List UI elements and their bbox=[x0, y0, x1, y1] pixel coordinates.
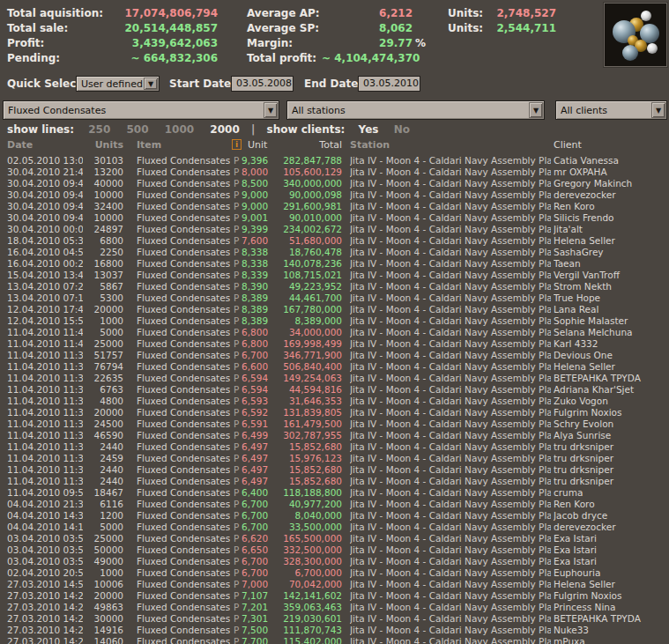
table-row[interactable]: 02.04.2010 20:52 1000 Fluxed Condensates… bbox=[0, 567, 669, 579]
table-row[interactable]: 03.04.2010 03:57 49000 Fluxed Condensate… bbox=[0, 556, 669, 567]
row-station: Jita IV - Moon 4 - Caldari Navy Assembly… bbox=[350, 201, 551, 212]
table-row[interactable]: 27.03.2010 14:24 30000 Fluxed Condensate… bbox=[0, 613, 669, 625]
average-ap-label: Average AP: bbox=[247, 6, 322, 20]
row-station: Jita IV - Moon 4 - Caldari Navy Assembly… bbox=[350, 304, 551, 315]
chevron-down-icon[interactable]: ▼ bbox=[144, 78, 158, 90]
row-total: 34,000,000 bbox=[270, 327, 342, 338]
info-icon[interactable]: i bbox=[232, 139, 242, 150]
table-row[interactable]: 27.03.2010 14:24 49863 Fluxed Condensate… bbox=[0, 602, 669, 613]
row-item: Fluxed Condensates bbox=[137, 292, 230, 304]
row-item: Fluxed Condensates bbox=[137, 373, 230, 384]
table-row[interactable]: 12.04.2010 17:49 20000 Fluxed Condensate… bbox=[0, 304, 669, 315]
table-row[interactable]: 30.04.2010 09:49 40000 Fluxed Condensate… bbox=[0, 178, 669, 189]
table-row[interactable]: 11.04.2010 11:39 20000 Fluxed Condensate… bbox=[0, 407, 669, 418]
column-item[interactable]: Item bbox=[137, 139, 161, 151]
table-row[interactable]: 11.04.2010 11:39 6763 Fluxed Condensates… bbox=[0, 384, 669, 396]
row-item: Fluxed Condensates bbox=[137, 613, 230, 625]
row-units: 40000 bbox=[81, 178, 123, 189]
chevron-down-icon[interactable]: ▼ bbox=[651, 102, 665, 118]
table-row[interactable]: 16.04.2010 00:28 16800 Fluxed Condensate… bbox=[0, 258, 669, 270]
row-total: 33,500,000 bbox=[270, 522, 342, 533]
column-total[interactable]: Total bbox=[271, 139, 342, 151]
table-row[interactable]: 16.04.2010 04:53 2250 Fluxed Condensates… bbox=[0, 247, 669, 258]
table-row[interactable]: 11.04.2010 11:38 24500 Fluxed Condensate… bbox=[0, 418, 669, 430]
row-units: 24500 bbox=[81, 418, 123, 430]
table-row[interactable]: 11.04.2010 11:39 22635 Fluxed Condensate… bbox=[0, 373, 669, 384]
table-row[interactable]: 30.04.2010 09:49 32400 Fluxed Condensate… bbox=[0, 201, 669, 212]
table-row[interactable]: 11.04.2010 11:39 51757 Fluxed Condensate… bbox=[0, 350, 669, 361]
row-total: 149,254,063 bbox=[270, 373, 342, 384]
table-row[interactable]: 11.04.2010 11:40 5000 Fluxed Condensates… bbox=[0, 327, 669, 338]
table-row[interactable]: 13.04.2010 07:27 5867 Fluxed Condensates… bbox=[0, 281, 669, 292]
column-date[interactable]: Date bbox=[7, 139, 33, 151]
table-row[interactable]: 12.04.2010 15:55 1000 Fluxed Condensates… bbox=[0, 315, 669, 327]
row-unit-price: 6,497 bbox=[242, 464, 268, 476]
show-clients-yes[interactable]: Yes bbox=[359, 123, 379, 136]
table-row[interactable]: 11.04.2010 11:38 2440 Fluxed Condensates… bbox=[0, 441, 669, 453]
row-item: Fluxed Condensates bbox=[137, 487, 230, 499]
table-row[interactable]: 11.04.2010 11:39 76794 Fluxed Condensate… bbox=[0, 361, 669, 373]
table-row[interactable]: 27.03.2010 14:55 10006 Fluxed Condensate… bbox=[0, 579, 669, 590]
column-client[interactable]: Client bbox=[554, 139, 582, 151]
table-row[interactable]: 30.04.2010 00:06 24897 Fluxed Condensate… bbox=[0, 224, 669, 235]
chevron-down-icon[interactable]: ▼ bbox=[264, 102, 278, 118]
column-units[interactable]: Units bbox=[81, 139, 123, 151]
table-row[interactable]: 11.04.2010 11:38 2459 Fluxed Condensates… bbox=[0, 453, 669, 464]
start-date-input[interactable]: 03.05.2008 bbox=[231, 76, 294, 92]
table-row[interactable]: 15.04.2010 13:47 13037 Fluxed Condensate… bbox=[0, 270, 669, 281]
column-station[interactable]: Station bbox=[350, 139, 390, 151]
show-lines-2000[interactable]: 2000 bbox=[210, 123, 239, 136]
row-client: tru drksniper bbox=[554, 453, 668, 464]
row-total: 169,998,499 bbox=[270, 338, 342, 350]
currency-symbol: P bbox=[234, 235, 242, 247]
row-units: 14916 bbox=[81, 625, 123, 636]
table-row[interactable]: 30.04.2010 09:49 10000 Fluxed Condensate… bbox=[0, 189, 669, 201]
table-row[interactable]: 02.05.2010 13:01 30103 Fluxed Condensate… bbox=[0, 155, 669, 167]
end-date-input[interactable]: 03.05.2010 bbox=[358, 76, 420, 92]
table-row[interactable]: 30.04.2010 21:47 13200 Fluxed Condensate… bbox=[0, 167, 669, 178]
row-item: Fluxed Condensates bbox=[137, 315, 230, 327]
column-unit[interactable]: Unit bbox=[248, 139, 267, 151]
row-date: 13.04.2010 07:27 bbox=[7, 281, 83, 292]
table-row[interactable]: 13.04.2010 07:10 5300 Fluxed Condensates… bbox=[0, 292, 669, 304]
table-row[interactable]: 27.03.2010 14:24 20000 Fluxed Condensate… bbox=[0, 590, 669, 602]
show-clients-no[interactable]: No bbox=[394, 123, 410, 136]
table-row[interactable]: 11.04.2010 11:38 2440 Fluxed Condensates… bbox=[0, 464, 669, 476]
row-date: 16.04.2010 04:53 bbox=[7, 247, 83, 258]
table-row[interactable]: 03.04.2010 03:58 50000 Fluxed Condensate… bbox=[0, 544, 669, 556]
table-row[interactable]: 30.04.2010 09:49 10000 Fluxed Condensate… bbox=[0, 212, 669, 224]
table-row[interactable]: 11.04.2010 11:38 46590 Fluxed Condensate… bbox=[0, 430, 669, 441]
row-item: Fluxed Condensates bbox=[137, 327, 230, 338]
row-units: 2250 bbox=[81, 247, 123, 258]
row-station: Jita IV - Moon 4 - Caldari Navy Assembly… bbox=[350, 522, 551, 533]
row-station: Jita IV - Moon 4 - Caldari Navy Assembly… bbox=[350, 178, 551, 189]
table-row[interactable]: 11.04.2010 09:59 18467 Fluxed Condensate… bbox=[0, 487, 669, 499]
show-lines-500[interactable]: 500 bbox=[126, 123, 148, 136]
table-row[interactable]: 27.03.2010 14:22 14060 Fluxed Condensate… bbox=[0, 636, 669, 644]
show-lines-1000[interactable]: 1000 bbox=[165, 123, 194, 136]
quick-select-dropdown[interactable]: User defined ▼ bbox=[76, 76, 160, 92]
pending-label: Pending: bbox=[7, 51, 108, 65]
item-filter-dropdown[interactable]: Fluxed Condensates ▼ bbox=[3, 100, 279, 120]
currency-symbol: P bbox=[234, 212, 242, 224]
station-filter-dropdown[interactable]: All stations ▼ bbox=[286, 100, 545, 120]
table-row[interactable]: 27.03.2010 14:23 14916 Fluxed Condensate… bbox=[0, 625, 669, 636]
table-row[interactable]: 04.04.2010 21:34 6116 Fluxed Condensates… bbox=[0, 499, 669, 510]
table-row[interactable]: 11.04.2010 11:38 2440 Fluxed Condensates… bbox=[0, 476, 669, 487]
row-item: Fluxed Condensates bbox=[137, 224, 230, 235]
currency-symbol: P bbox=[234, 441, 242, 453]
table-row[interactable]: 11.04.2010 11:40 25000 Fluxed Condensate… bbox=[0, 338, 669, 350]
row-units: 1200 bbox=[81, 510, 123, 522]
table-row[interactable]: 03.04.2010 03:58 25000 Fluxed Condensate… bbox=[0, 533, 669, 544]
table-row[interactable]: 11.04.2010 11:39 4800 Fluxed Condensates… bbox=[0, 396, 669, 407]
row-total: 6,700,000 bbox=[270, 567, 342, 579]
row-station: Jita IV - Moon 4 - Caldari Navy Assembly… bbox=[350, 361, 551, 373]
row-total: 15,852,680 bbox=[270, 476, 342, 487]
row-client: Ren Koro bbox=[554, 201, 668, 212]
table-row[interactable]: 04.04.2010 14:11 5000 Fluxed Condensates… bbox=[0, 522, 669, 533]
client-filter-dropdown[interactable]: All clients ▼ bbox=[555, 100, 667, 120]
table-row[interactable]: 04.04.2010 14:34 1200 Fluxed Condensates… bbox=[0, 510, 669, 522]
chevron-down-icon[interactable]: ▼ bbox=[529, 102, 543, 118]
table-row[interactable]: 18.04.2010 05:37 6800 Fluxed Condensates… bbox=[0, 235, 669, 247]
show-lines-250[interactable]: 250 bbox=[88, 123, 110, 136]
